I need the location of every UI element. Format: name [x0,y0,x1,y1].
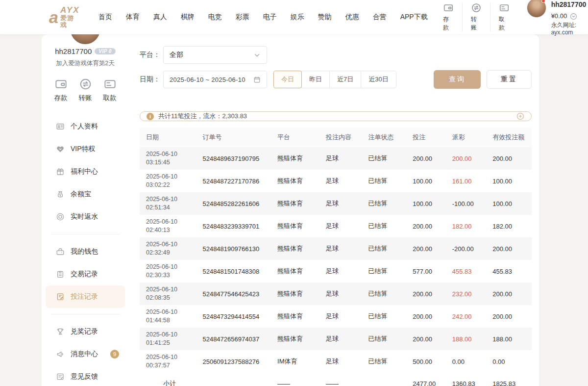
search-button[interactable]: 查询 [434,70,481,89]
sidebar-menu-item[interactable]: 个人资料 [46,115,125,138]
table-row: 2025-06-10 02:30:33 5248481501748308 熊猫体… [140,260,532,283]
cell-payout: 455.83 [446,260,486,283]
nav-item[interactable]: 娱乐 [284,13,311,22]
table-row: 2025-06-10 00:37:57 2506091237588276 IM体… [140,350,532,373]
cell-content: 足球 [319,328,362,350]
cell-valid: 200.00 [486,283,532,305]
cell-platform: 熊猫体育 [271,215,319,237]
quick-action[interactable]: 转账 [79,77,92,103]
quick-action-label: 取款 [103,94,117,103]
cell-order: 5248472656974037 [196,328,271,350]
cell-platform: 熊猫体育 [271,260,319,283]
date-range-button[interactable]: 近30日 [361,71,396,88]
reset-button[interactable]: 重置 [487,70,532,89]
nav-item[interactable]: 优惠 [339,13,366,22]
logo[interactable]: a AYX 爱游戏 [49,6,80,28]
table-header-row: 日期 订单号 平台 投注内容 注单状态 投注 派彩 有效投注额 [140,128,532,147]
sidebar-menu-item[interactable]: 投注记录 [46,285,125,308]
nav-item[interactable]: 棋牌 [174,13,201,22]
welfare-icon [56,167,65,176]
deposit-icon [443,2,454,13]
sidebar-menu-item[interactable]: 福利中心 [46,160,125,183]
info-icon: i [147,113,154,120]
platform-filter-label: 平台： [140,51,163,59]
yuebao-icon [56,190,65,199]
cell-order: 5248489637190795 [196,147,271,170]
sidebar-menu-item[interactable]: 意见反馈 [46,365,125,386]
platform-select[interactable]: 全部 [163,46,267,64]
col-platform: 平台 [271,128,319,147]
nav-item[interactable]: 真人 [147,13,174,22]
rebate-icon [56,212,65,221]
sidebar-menu-item[interactable]: 我的钱包 [46,240,125,263]
date-range-input[interactable]: 2025-06-10 ~ 2025-06-10 [163,71,267,88]
balance: ¥0.00 [551,12,567,20]
main-nav: 首页 体育 真人 棋牌 电竞 彩票 电子 娱乐 赞助 优惠 合营 APP下载 [92,13,435,22]
cell-bet: 577.00 [406,260,445,283]
wallet-icon [56,247,65,256]
nav-item[interactable]: 体育 [119,13,147,22]
cell-date: 2025-06-10 01:41:25 [140,328,196,350]
date-range-button[interactable]: 近7日 [329,71,361,88]
sidebar-menu-label: 兑奖记录 [71,327,98,336]
balance-dropdown-icon[interactable] [570,13,577,20]
cell-valid: 100.00 [486,170,532,192]
user-avatar[interactable] [527,0,546,18]
main-panel: hh2817700 VIP 0 加入爱游戏体育第2天 存款 转账 取款 [42,34,539,386]
date-range-button[interactable]: 今日 [273,71,302,88]
cell-platform: 熊猫体育 [271,283,319,305]
quick-action[interactable]: 存款 [54,77,68,103]
cell-status: 已结算 [362,147,407,170]
nav-item[interactable]: 彩票 [229,13,256,22]
cell-bet: 100.00 [406,192,445,215]
sidebar-menu-item[interactable]: 兑奖记录 [46,320,125,343]
sidebar-menu-item[interactable]: 交易记录 [46,263,125,285]
divider [50,314,120,314]
subtotal-row: 小计 —— —— 2477.00 1360.83 1825.83 [140,373,532,386]
expand-plus-icon[interactable] [516,112,525,121]
nav-item[interactable]: 合营 [366,13,393,22]
cell-date: 2025-06-10 03:15:45 [140,147,196,170]
chevron-down-icon [253,51,261,59]
cell-bet: 200.00 [406,328,445,350]
cell-bet: 200.00 [406,147,445,170]
cell-status: 已结算 [362,305,407,328]
table-row: 2025-06-10 01:44:58 5248473294414554 熊猫体… [140,305,532,328]
cell-bet: 200.00 [406,305,445,328]
bet-records-table: 日期 订单号 平台 投注内容 注单状态 投注 派彩 有效投注额 2025-06-… [140,128,532,386]
nav-item[interactable]: APP下载 [393,13,435,22]
sidebar-menu-item[interactable]: 余额宝 [46,183,125,206]
date-range-button[interactable]: 昨日 [301,71,330,88]
withdraw-icon [103,77,117,91]
cell-status: 已结算 [362,328,407,350]
cell-valid: 182.00 [486,215,532,237]
sidebar-menu-label: VIP特权 [71,145,96,154]
table-row: 2025-06-10 03:02:22 5248487227170786 熊猫体… [140,170,532,192]
sidebar-menu-item[interactable]: 实时返水 [46,206,125,228]
cell-date: 2025-06-10 03:02:22 [140,170,196,192]
cell-platform: 熊猫体育 [271,237,319,260]
nav-item[interactable]: 首页 [92,13,119,22]
quick-action[interactable]: 取款 [103,77,117,103]
nav-item[interactable]: 赞助 [311,13,339,22]
cell-valid: 200.00 [486,305,532,328]
nav-item[interactable]: 电子 [256,13,284,22]
sidebar-menu-item[interactable]: 消息中心 9 [46,343,125,365]
col-content: 投注内容 [319,128,362,147]
sidebar-menu-label: 消息中心 [71,350,98,359]
quick-action-label: 存款 [443,15,454,32]
quick-action[interactable]: 转账 [462,2,490,32]
quick-action[interactable]: 存款 [435,2,462,32]
cell-content: 足球 [319,260,362,283]
nav-item[interactable]: 电竞 [201,13,229,22]
cell-payout: 0.00 [446,350,486,373]
table-row: 2025-06-10 03:15:45 5248489637190795 熊猫体… [140,147,532,170]
cell-status: 已结算 [362,192,407,215]
sidebar-menu-item[interactable]: VIP特权 [46,138,125,160]
col-valid: 有效投注额 [486,128,532,147]
quick-action[interactable]: 取款 [490,2,518,32]
sidebar-quick-actions: 存款 转账 取款 [42,77,129,103]
cell-content: 足球 [319,305,362,328]
summary-text: 共计11笔投注，流水：2,303.83 [158,112,247,121]
cell-status: 已结算 [362,237,407,260]
